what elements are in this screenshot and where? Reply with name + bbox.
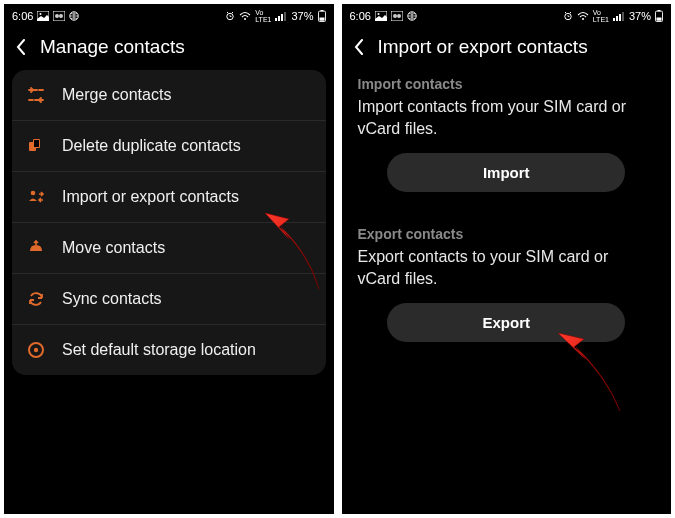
- gallery-icon: [37, 11, 49, 21]
- app-header: Manage contacts: [4, 28, 334, 70]
- status-battery-pct: 37%: [629, 10, 651, 22]
- globe-icon: [69, 11, 79, 21]
- card-icon: [391, 11, 403, 21]
- menu-label: Import or export contacts: [62, 188, 239, 206]
- status-battery-pct: 37%: [291, 10, 313, 22]
- svg-rect-35: [657, 18, 662, 21]
- svg-point-7: [244, 18, 246, 20]
- svg-rect-32: [622, 12, 624, 21]
- svg-point-4: [59, 14, 63, 18]
- menu-label: Set default storage location: [62, 341, 256, 359]
- page-title: Manage contacts: [40, 36, 185, 58]
- svg-rect-31: [619, 14, 621, 21]
- battery-icon: [318, 10, 326, 22]
- status-time: 6:06: [12, 10, 33, 22]
- svg-point-20: [34, 348, 38, 352]
- battery-icon: [655, 10, 663, 22]
- svg-point-3: [55, 14, 59, 18]
- export-button[interactable]: Export: [387, 303, 625, 342]
- svg-point-1: [40, 13, 42, 15]
- svg-rect-8: [275, 18, 277, 21]
- svg-rect-17: [34, 140, 39, 147]
- menu-label: Delete duplicate contacts: [62, 137, 241, 155]
- svg-point-24: [393, 14, 397, 18]
- status-bar: 6:06 VoLTE1 37%: [4, 4, 334, 28]
- status-time: 6:06: [350, 10, 371, 22]
- storage-icon: [26, 340, 46, 360]
- card-icon: [53, 11, 65, 21]
- menu-merge-contacts[interactable]: Merge contacts: [12, 70, 326, 121]
- section-heading: Import contacts: [358, 76, 656, 92]
- import-button[interactable]: Import: [387, 153, 625, 192]
- status-network: VoLTE1: [593, 9, 609, 23]
- menu-delete-duplicates[interactable]: Delete duplicate contacts: [12, 121, 326, 172]
- section-heading: Export contacts: [358, 226, 656, 242]
- section-export: Export contacts Export contacts to your …: [342, 220, 672, 352]
- menu-sync-contacts[interactable]: Sync contacts: [12, 274, 326, 325]
- back-button[interactable]: [16, 38, 28, 56]
- menu-card: Merge contacts Delete duplicate contacts…: [12, 70, 326, 375]
- back-button[interactable]: [354, 38, 366, 56]
- section-desc: Export contacts to your SIM card or vCar…: [358, 246, 656, 289]
- menu-label: Move contacts: [62, 239, 165, 257]
- svg-rect-29: [613, 18, 615, 21]
- svg-rect-10: [281, 14, 283, 21]
- svg-point-28: [582, 18, 584, 20]
- section-import: Import contacts Import contacts from you…: [342, 70, 672, 202]
- globe-icon: [407, 11, 417, 21]
- status-network: VoLTE1: [255, 9, 271, 23]
- svg-point-25: [397, 14, 401, 18]
- gallery-icon: [375, 11, 387, 21]
- menu-move-contacts[interactable]: Move contacts: [12, 223, 326, 274]
- signal-icon: [275, 11, 287, 21]
- page-title: Import or export contacts: [378, 36, 588, 58]
- phone-right: 6:06 VoLTE1 37% Import or export contact…: [342, 4, 672, 514]
- svg-rect-30: [616, 16, 618, 21]
- wifi-icon: [577, 11, 589, 21]
- section-desc: Import contacts from your SIM card or vC…: [358, 96, 656, 139]
- svg-point-22: [377, 13, 379, 15]
- import-export-icon: [26, 187, 46, 207]
- menu-default-storage[interactable]: Set default storage location: [12, 325, 326, 375]
- delete-dup-icon: [26, 136, 46, 156]
- merge-icon: [26, 85, 46, 105]
- menu-label: Sync contacts: [62, 290, 162, 308]
- alarm-icon: [225, 11, 235, 21]
- menu-import-export[interactable]: Import or export contacts: [12, 172, 326, 223]
- svg-rect-14: [319, 18, 324, 21]
- menu-label: Merge contacts: [62, 86, 171, 104]
- move-icon: [26, 238, 46, 258]
- svg-point-18: [31, 191, 36, 196]
- alarm-icon: [563, 11, 573, 21]
- phone-left: 6:06 VoLTE1 37% Manage contacts Merge co…: [4, 4, 334, 514]
- wifi-icon: [239, 11, 251, 21]
- svg-rect-9: [278, 16, 280, 21]
- sync-icon: [26, 289, 46, 309]
- svg-rect-11: [284, 12, 286, 21]
- app-header: Import or export contacts: [342, 28, 672, 70]
- status-bar: 6:06 VoLTE1 37%: [342, 4, 672, 28]
- signal-icon: [613, 11, 625, 21]
